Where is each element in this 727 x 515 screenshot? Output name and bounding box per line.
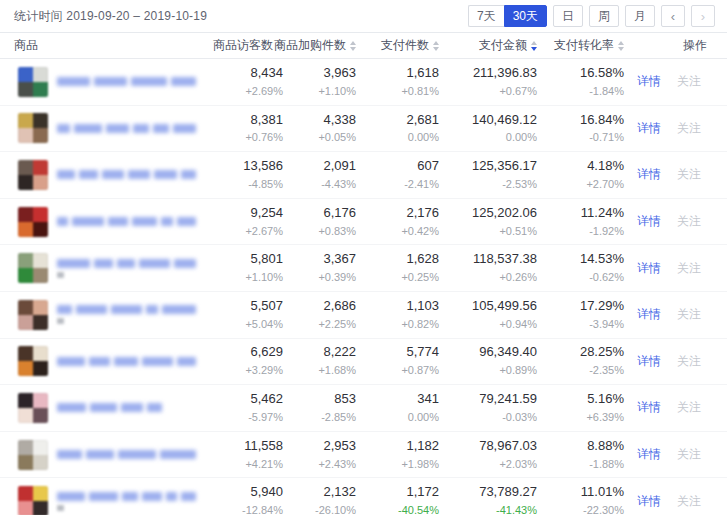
- product-thumbnail[interactable]: [18, 440, 48, 470]
- paid-cell: 3410.00%: [356, 390, 439, 426]
- detail-link[interactable]: 详情: [637, 446, 661, 463]
- product-thumbnail[interactable]: [18, 113, 48, 143]
- title-segment: [160, 450, 196, 459]
- product-title-redacted[interactable]: [57, 403, 162, 412]
- detail-link[interactable]: 详情: [637, 306, 661, 323]
- product-thumbnail[interactable]: [18, 207, 48, 237]
- title-segment: [132, 217, 156, 226]
- actions-cell: 详情关注: [624, 260, 727, 277]
- follow-link[interactable]: 关注: [677, 213, 701, 230]
- range-button-7天[interactable]: 7天: [468, 5, 504, 27]
- paid-delta: +0.25%: [356, 270, 439, 286]
- paid-cell: 1,172-40.54%: [356, 483, 439, 515]
- product-thumbnail[interactable]: [18, 393, 48, 423]
- conversion-cell: 8.88%-1.88%: [537, 437, 624, 473]
- product-title-redacted[interactable]: [57, 450, 196, 459]
- title-segment: [117, 259, 135, 268]
- title-segment: [162, 305, 196, 314]
- follow-link[interactable]: 关注: [677, 166, 701, 183]
- follow-link[interactable]: 关注: [677, 353, 701, 370]
- product-title-redacted[interactable]: [57, 124, 196, 133]
- conversion-value: 16.58%: [537, 64, 624, 83]
- product-title-redacted[interactable]: [57, 170, 196, 179]
- thumbnail-pixel: [18, 175, 33, 190]
- column-header-1: 商品: [0, 37, 196, 54]
- paid-cell: 1,103+0.82%: [356, 297, 439, 333]
- conversion-value: 5.16%: [537, 390, 624, 409]
- table-body: 8,434+2.69%3,963+1.10%1,618+0.81%211,396…: [0, 59, 727, 515]
- table-row: 8,381+0.76%4,338+0.05%2,6810.00%140,469.…: [0, 106, 727, 153]
- detail-link[interactable]: 详情: [637, 166, 661, 183]
- column-header-6[interactable]: 支付转化率: [537, 37, 624, 54]
- visitors-cell: 8,381+0.76%: [196, 111, 283, 147]
- amount-cell: 211,396.83+0.67%: [439, 64, 537, 100]
- amount-delta: +0.26%: [439, 270, 537, 286]
- amount-value: 125,202.06: [439, 204, 537, 223]
- thumbnail-pixel: [33, 113, 48, 128]
- follow-link[interactable]: 关注: [677, 446, 701, 463]
- product-thumbnail[interactable]: [18, 67, 48, 97]
- visitors-cell: 9,254+2.67%: [196, 204, 283, 240]
- pager-next-button[interactable]: ›: [691, 5, 715, 27]
- column-header-4[interactable]: 支付件数: [356, 37, 439, 54]
- range-button-月[interactable]: 月: [625, 5, 655, 27]
- product-thumbnail[interactable]: [18, 160, 48, 190]
- product-thumbnail[interactable]: [18, 486, 48, 515]
- product-title-redacted[interactable]: [57, 492, 196, 501]
- product-thumbnail[interactable]: [18, 253, 48, 283]
- visitors-delta: +5.04%: [196, 317, 283, 333]
- visitors-value: 5,462: [196, 390, 283, 409]
- product-title-redacted[interactable]: [57, 217, 196, 226]
- column-header-5[interactable]: 支付金额: [439, 37, 537, 54]
- column-header-3[interactable]: 商品加购件数: [283, 37, 356, 54]
- thumbnail-pixel: [18, 455, 33, 470]
- follow-link[interactable]: 关注: [677, 260, 701, 277]
- detail-link[interactable]: 详情: [637, 353, 661, 370]
- product-title-redacted[interactable]: [57, 77, 196, 86]
- paid-delta: +0.42%: [356, 224, 439, 240]
- paid-delta: +0.81%: [356, 84, 439, 100]
- follow-link[interactable]: 关注: [677, 120, 701, 137]
- detail-link[interactable]: 详情: [637, 73, 661, 90]
- product-thumbnail[interactable]: [18, 300, 48, 330]
- column-header-2[interactable]: 商品访客数: [196, 37, 283, 54]
- product-title-redacted[interactable]: [57, 305, 196, 314]
- range-button-30天[interactable]: 30天: [504, 5, 547, 27]
- pager-prev-button[interactable]: ‹: [661, 5, 685, 27]
- product-thumbnail[interactable]: [18, 346, 48, 376]
- cart-delta: +0.39%: [283, 270, 356, 286]
- conversion-cell: 5.16%+6.39%: [537, 390, 624, 426]
- range-button-日[interactable]: 日: [553, 5, 583, 27]
- detail-link[interactable]: 详情: [637, 399, 661, 416]
- range-button-周[interactable]: 周: [589, 5, 619, 27]
- follow-link[interactable]: 关注: [677, 306, 701, 323]
- follow-link[interactable]: 关注: [677, 493, 701, 510]
- title-segment: [154, 170, 177, 179]
- title-segment: [94, 259, 113, 268]
- actions-cell: 详情关注: [624, 73, 727, 90]
- conversion-delta: -1.92%: [537, 224, 624, 240]
- detail-link[interactable]: 详情: [637, 120, 661, 137]
- conversion-delta: -0.62%: [537, 270, 624, 286]
- title-segment: [57, 259, 90, 268]
- thumbnail-pixel: [18, 346, 33, 361]
- follow-link[interactable]: 关注: [677, 73, 701, 90]
- paid-value: 607: [356, 157, 439, 176]
- product-title-redacted[interactable]: [57, 357, 196, 366]
- thumbnail-pixel: [33, 222, 48, 237]
- thumbnail-pixel: [18, 113, 33, 128]
- amount-delta: +0.89%: [439, 363, 537, 379]
- follow-link[interactable]: 关注: [677, 399, 701, 416]
- product-title-redacted[interactable]: [57, 259, 196, 268]
- conversion-delta: -22.30%: [537, 503, 624, 515]
- column-header-label: 支付转化率: [554, 37, 614, 54]
- conversion-value: 14.53%: [537, 250, 624, 269]
- cart-value: 853: [283, 390, 356, 409]
- amount-value: 125,356.17: [439, 157, 537, 176]
- cart-value: 2,091: [283, 157, 356, 176]
- detail-link[interactable]: 详情: [637, 493, 661, 510]
- thumbnail-pixel: [18, 501, 33, 515]
- table-header-row: 商品商品访客数商品加购件数支付件数支付金额支付转化率操作: [0, 33, 727, 59]
- detail-link[interactable]: 详情: [637, 213, 661, 230]
- detail-link[interactable]: 详情: [637, 260, 661, 277]
